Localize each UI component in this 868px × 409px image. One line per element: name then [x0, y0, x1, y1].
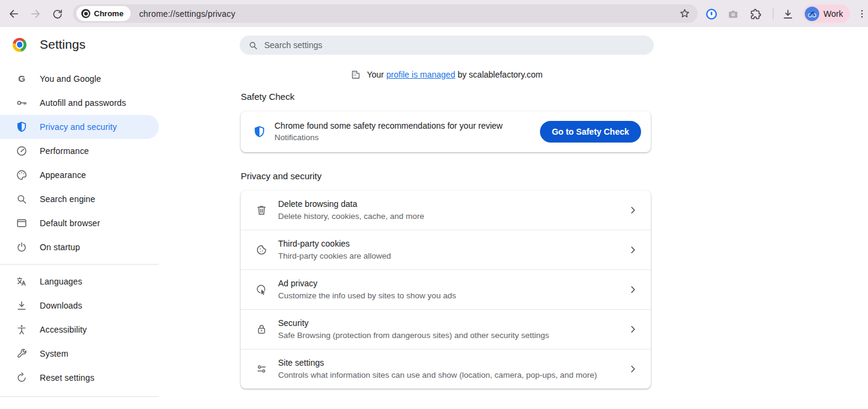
row-delete-browsing-data[interactable]: Delete browsing data Delete history, coo…: [241, 191, 651, 230]
translate-icon: [16, 275, 28, 288]
sidebar-item-on-startup[interactable]: On startup: [0, 235, 159, 259]
browser-window: Chrome chrome://settings/privacy Work: [0, 0, 868, 409]
row-ad-privacy[interactable]: Ad privacy Customize the info used by si…: [241, 269, 651, 309]
power-icon: [16, 241, 28, 253]
profile-name: Work: [823, 9, 843, 19]
browser-window-icon: [16, 217, 28, 229]
sidebar-item-languages[interactable]: Languages: [0, 269, 159, 294]
sidebar-divider: [0, 396, 159, 397]
chevron-right-icon: [627, 284, 639, 296]
sidebar-divider: [0, 264, 159, 265]
row-subtitle: Controls what information sites can use …: [278, 369, 597, 381]
search-icon: [248, 40, 258, 51]
chrome-logo-icon: [13, 38, 26, 52]
chevron-right-icon: [627, 324, 639, 336]
safety-check-heading: Safety Check: [241, 91, 294, 102]
row-third-party-cookies[interactable]: Third-party cookies Third-party cookies …: [241, 230, 651, 269]
row-subtitle: Customize the info used by sites to show…: [278, 289, 456, 302]
sidebar-item-system[interactable]: System: [0, 342, 159, 366]
sidebar-item-extensions[interactable]: Extensions: [0, 402, 159, 409]
safety-check-title: Chrome found some safety recommendations…: [274, 120, 503, 132]
sidebar-item-accessibility[interactable]: Accessibility: [0, 318, 159, 342]
organization-icon: [350, 69, 361, 80]
extensions-puzzle-icon[interactable]: [749, 8, 761, 20]
profile-chip[interactable]: Work: [803, 5, 850, 23]
sidebar-item-appearance[interactable]: Appearance: [0, 163, 159, 187]
browser-toolbar: Chrome chrome://settings/privacy Work: [0, 0, 868, 27]
palette-icon: [16, 169, 28, 181]
site-chip-label: Chrome: [94, 9, 123, 18]
page-title: Settings: [40, 37, 85, 52]
sidebar-item-performance[interactable]: Performance: [0, 139, 159, 163]
chrome-logo-mono-icon: [81, 9, 90, 18]
onepassword-extension-icon[interactable]: [705, 8, 718, 20]
row-title: Third-party cookies: [278, 238, 391, 250]
safety-shield-icon: [253, 125, 266, 138]
chevron-right-icon: [627, 244, 639, 256]
search-input[interactable]: [264, 40, 625, 50]
chevron-right-icon: [627, 204, 639, 217]
google-g-icon: G: [16, 73, 28, 85]
sidebar-item-autofill[interactable]: Autofill and passwords: [0, 91, 159, 115]
wrench-icon: [16, 348, 28, 360]
trash-icon: [254, 203, 268, 218]
url-text[interactable]: chrome://settings/privacy: [139, 9, 678, 19]
safety-check-subtitle: Notifications: [274, 132, 503, 144]
managed-profile-link[interactable]: profile is managed: [386, 70, 455, 79]
reset-icon: [16, 372, 28, 384]
speedometer-icon: [16, 145, 28, 157]
address-bar[interactable]: Chrome chrome://settings/privacy: [73, 4, 698, 23]
row-title: Security: [278, 317, 549, 329]
privacy-settings-card: Delete browsing data Delete history, coo…: [241, 191, 651, 389]
sidebar-item-search-engine[interactable]: Search engine: [0, 187, 159, 211]
ad-privacy-icon: [254, 283, 268, 297]
lock-icon: [254, 322, 268, 337]
sidebar-item-you-and-google[interactable]: G You and Google: [0, 67, 159, 91]
reload-icon[interactable]: [51, 8, 63, 20]
menu-dots-icon[interactable]: [856, 8, 868, 20]
cookie-icon: [254, 243, 268, 257]
row-subtitle: Safe Browsing (protection from dangerous…: [278, 329, 549, 342]
sidebar-item-default-browser[interactable]: Default browser: [0, 211, 159, 235]
sidebar-item-reset-settings[interactable]: Reset settings: [0, 366, 159, 390]
row-title: Delete browsing data: [278, 198, 424, 210]
settings-search[interactable]: [240, 35, 654, 55]
shield-icon: [16, 121, 28, 133]
bookmark-star-icon[interactable]: [678, 8, 690, 20]
key-icon: [16, 97, 28, 109]
row-security[interactable]: Security Safe Browsing (protection from …: [241, 309, 651, 349]
downloads-toolbar-icon[interactable]: [782, 8, 794, 20]
sidebar-item-privacy-and-security[interactable]: Privacy and security: [0, 115, 159, 139]
managed-prefix: Your: [367, 70, 383, 79]
download-icon: [16, 300, 28, 312]
forward-icon[interactable]: [29, 8, 42, 20]
svg-text:G: G: [18, 73, 25, 84]
row-subtitle: Delete history, cookies, cache, and more: [278, 210, 424, 223]
chevron-right-icon: [627, 363, 639, 375]
site-chip[interactable]: Chrome: [76, 6, 131, 21]
safety-check-card: Chrome found some safety recommendations…: [241, 111, 651, 152]
row-title: Site settings: [278, 357, 597, 369]
toolbar-separator: [773, 8, 773, 19]
go-to-safety-check-button[interactable]: Go to Safety Check: [540, 121, 641, 143]
managed-profile-notice: Your profile is managed by scalablefacto…: [240, 69, 654, 80]
settings-header: Settings: [13, 37, 85, 52]
row-subtitle: Third-party cookies are allowed: [278, 250, 391, 262]
accessibility-icon: [16, 324, 28, 336]
tune-sliders-icon: [254, 362, 268, 377]
row-site-settings[interactable]: Site settings Controls what information …: [241, 349, 651, 389]
sidebar-item-downloads[interactable]: Downloads: [0, 294, 159, 318]
camera-extension-icon[interactable]: [727, 8, 739, 20]
magnifier-icon: [16, 193, 28, 205]
back-icon[interactable]: [8, 8, 20, 20]
row-title: Ad privacy: [278, 277, 456, 289]
privacy-section-heading: Privacy and security: [241, 171, 321, 181]
profile-avatar: [805, 7, 819, 21]
managed-suffix: by scalablefactory.com: [457, 70, 542, 79]
